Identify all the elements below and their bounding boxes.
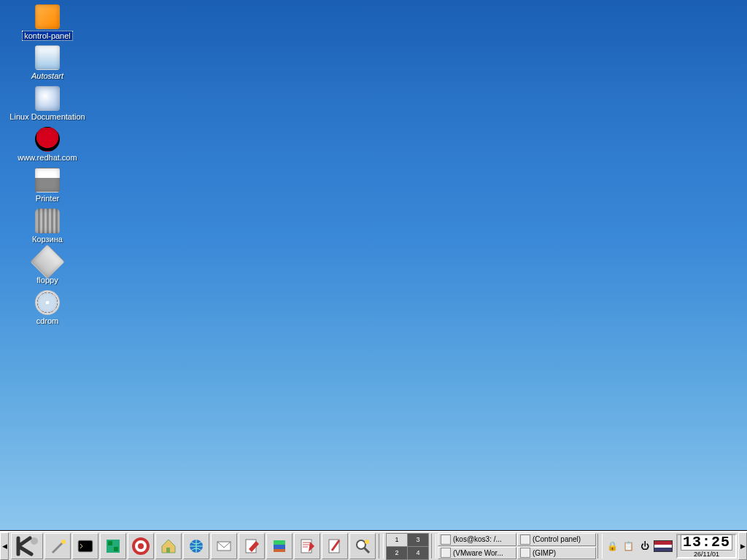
svg-rect-16 (274, 549, 285, 552)
panel-hide-right[interactable]: ▶ (738, 532, 747, 560)
mag-icon (35, 86, 60, 111)
icon-label: Linux Documentation (8, 112, 86, 121)
desktop-icon-folder[interactable]: Autostart (4, 45, 91, 80)
svg-rect-7 (114, 547, 118, 551)
separator-3 (597, 534, 603, 559)
cd-icon (35, 290, 60, 315)
svg-point-0 (31, 537, 38, 545)
desktop-icon-trash[interactable]: Корзина (4, 209, 91, 244)
panel-clock[interactable]: 13:25 26/11/01 (676, 534, 737, 559)
desktop-icon-redhat[interactable]: www.redhat.com (4, 127, 91, 162)
separator-1 (379, 534, 384, 559)
folder-icon (35, 45, 60, 70)
launch-help[interactable] (128, 533, 154, 559)
launch-write[interactable] (239, 533, 265, 559)
icon-label: www.redhat.com (16, 153, 78, 162)
icon-label: kontrol-panel (22, 31, 73, 41)
launch-calc[interactable] (266, 533, 293, 559)
gimp-icon (520, 548, 530, 558)
pager-cell-1[interactable]: 1 (387, 534, 407, 546)
vm-icon (441, 548, 451, 558)
kicker-panel: ◀ 1 3 2 4 (kos@kos3: /... (Control panel… (0, 531, 747, 560)
separator-2 (431, 534, 436, 559)
keyboard-layout-flag[interactable] (654, 540, 673, 552)
redhat-icon (35, 127, 60, 152)
icon-label: Autostart (30, 71, 65, 80)
gear-icon (520, 534, 530, 545)
floppy-icon (30, 244, 65, 279)
clock-date: 26/11/01 (694, 551, 719, 558)
svg-rect-3 (78, 540, 93, 552)
icon-label: Printer (34, 194, 61, 203)
hand-icon (35, 4, 60, 29)
svg-rect-15 (274, 545, 285, 549)
launch-mail[interactable] (211, 533, 237, 559)
desktop-icon-cd[interactable]: cdrom (4, 290, 91, 325)
task-label: (VMware Wor... (453, 549, 503, 557)
svg-point-9 (138, 543, 144, 549)
svg-rect-6 (108, 541, 112, 545)
task-label: (GIMP) (533, 549, 556, 557)
desktop-icon-mag[interactable]: Linux Documentation (4, 86, 91, 121)
trash-icon (35, 209, 60, 233)
svg-point-2 (61, 540, 66, 544)
launch-bar (9, 532, 378, 560)
task-control-panel[interactable]: (Control panel) (517, 533, 596, 546)
task-list: (kos@kos3: /... (Control panel) (VMware … (437, 532, 597, 560)
panel-hide-left[interactable]: ◀ (0, 532, 9, 560)
terminal-icon (441, 534, 451, 545)
launch-home[interactable] (155, 533, 182, 559)
icon-label: Корзина (31, 235, 64, 244)
launch-edit[interactable] (294, 533, 320, 559)
k-menu-button[interactable] (11, 533, 43, 559)
desktop-icon-floppy[interactable]: floppy (4, 249, 91, 284)
task-label: (kos@kos3: /... (453, 535, 502, 543)
launch-web[interactable] (183, 533, 209, 559)
pager-cell-4[interactable]: 4 (408, 547, 428, 559)
system-tray: 🔒 📋 ⏻ (603, 532, 675, 560)
desktop-pager[interactable]: 1 3 2 4 (386, 533, 429, 560)
svg-rect-14 (274, 540, 285, 545)
launch-find[interactable] (349, 533, 376, 559)
printer-icon (35, 168, 60, 192)
task-label: (Control panel) (533, 535, 581, 543)
svg-point-20 (365, 540, 369, 544)
desktop[interactable]: kontrol-panelAutostartLinux Documentatio… (0, 0, 747, 531)
pager-cell-2[interactable]: 2 (387, 547, 407, 559)
klipper-icon[interactable]: 📋 (622, 539, 636, 553)
desktop-icon-hand[interactable]: kontrol-panel (4, 4, 91, 41)
launch-paint[interactable] (322, 533, 348, 559)
desktop-icon-printer[interactable]: Printer (4, 168, 91, 203)
launch-wizard[interactable] (44, 533, 71, 559)
launch-control-center[interactable] (100, 533, 126, 559)
task-gimp[interactable]: (GIMP) (517, 547, 596, 560)
icon-label: cdrom (35, 316, 61, 325)
clock-time: 13:25 (681, 534, 732, 551)
task-terminal[interactable]: (kos@kos3: /... (438, 533, 516, 546)
power-icon[interactable]: ⏻ (638, 539, 652, 553)
svg-rect-10 (166, 548, 170, 553)
launch-terminal[interactable] (72, 533, 98, 559)
task-vmware[interactable]: (VMware Wor... (438, 547, 516, 560)
lock-icon[interactable]: 🔒 (605, 539, 620, 553)
pager-cell-3[interactable]: 3 (408, 534, 428, 546)
